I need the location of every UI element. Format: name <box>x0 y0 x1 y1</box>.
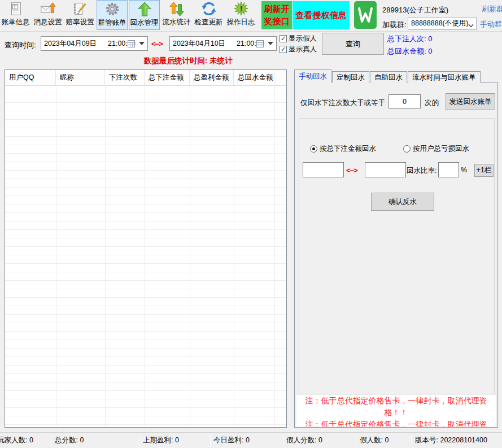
rebate-tabstrip: 手动回水 定制回水 自助回水 流水时间与回水账单 <box>294 69 481 82</box>
radio-selected-icon <box>310 145 317 153</box>
end-datetime-picker[interactable]: 2023年04月10日 21:00:00 <box>169 36 277 51</box>
svg-text:!: ! <box>240 5 242 13</box>
col-rebate-total[interactable]: 总回水金额 <box>234 70 274 85</box>
load-group-label: 加载群: <box>382 20 407 30</box>
radio-by-bet-amount[interactable]: 按总下注金额回水 <box>310 144 376 154</box>
show-fake-checkbox[interactable]: ✓ 显示假人 <box>280 34 317 44</box>
load-group-select[interactable]: 88888888(不使用) <box>408 17 477 30</box>
status-last-profit: 上期盈利: 0 <box>143 433 179 448</box>
dropdown-arrow-icon[interactable] <box>139 42 145 45</box>
calendar-icon <box>128 40 135 49</box>
tab-self-rebate[interactable]: 自助回水 <box>370 71 407 82</box>
toolbar-item-label: 操作日志 <box>227 18 255 27</box>
user-table[interactable]: 用户QQ 昵称 下注次数 总下注金额 总盈利金额 总回水金额 <box>5 69 287 428</box>
query-time-label: 查询时间: <box>5 40 36 50</box>
radio-by-bet-amount-label: 按总下注金额回水 <box>320 144 376 154</box>
query-button[interactable]: 查询 <box>322 33 384 55</box>
warning-text: 注：低于总代指定价格售卡，一律封卡，取消代理资格！！ <box>298 395 495 419</box>
status-today-profit: 今日盈利: 0 <box>213 433 250 448</box>
confirm-rebate-button[interactable]: 确认反水 <box>371 193 434 211</box>
manual-rebate-page: 仅回水下注次数大于或等于 次的 发送回水账单 按总下注金额回水 按用户总亏损回水… <box>294 82 498 428</box>
toolbar-item-message-settings[interactable]: 消息设置 <box>32 0 63 30</box>
date-range-arrow: <--> <box>151 40 163 48</box>
radio-by-user-loss-label: 按用户总亏损回水 <box>413 144 469 154</box>
table-body-empty[interactable] <box>5 86 286 427</box>
status-players: 玩家人数: 0 <box>0 433 33 448</box>
status-separator <box>210 434 211 447</box>
start-datetime-picker[interactable]: 2023年04月09日 21:00:00 <box>41 36 148 51</box>
col-user-qq[interactable]: 用户QQ <box>5 70 56 85</box>
radio-unselected-icon <box>403 145 411 153</box>
toolbar-item-odds-settings[interactable]: 赔率设置 <box>64 0 95 30</box>
chevron-down-icon <box>468 21 474 29</box>
end-date-value: 2023年04月10日 <box>170 39 225 49</box>
min-bets-input[interactable] <box>388 94 421 108</box>
refresh-lottery-api-button[interactable]: 刷新开奖接口 <box>261 1 292 29</box>
toolbar-item-label: 群管账单 <box>98 18 126 27</box>
toolbar-item-flow-stats[interactable]: 流水统计 <box>161 0 192 30</box>
account-id-text: 289913(公子工作室) <box>382 5 448 15</box>
table-header-row: 用户QQ 昵称 下注次数 总下注金额 总盈利金额 总回水金额 <box>5 70 286 86</box>
toolbar-item-group-bill[interactable]: 群管账单 <box>97 0 128 30</box>
odds-settings-icon <box>71 1 89 18</box>
check-update-icon <box>200 1 218 18</box>
status-bar: 玩家人数: 0 总分数: 0 上期盈利: 0 今日盈利: 0 假人分数: 0 假… <box>0 432 502 448</box>
rebate-settings-groupbox <box>299 118 495 394</box>
total-bets-stat: 总下注人次: 0 <box>387 34 432 44</box>
status-separator <box>411 434 412 447</box>
col-nickname[interactable]: 昵称 <box>56 70 105 85</box>
total-rebate-stat: 总回水金额: 0 <box>387 46 432 56</box>
rebate-manage-icon <box>136 1 154 18</box>
add-column-button[interactable]: +1栏 <box>474 164 494 177</box>
toolbar-item-label: 回水管理 <box>130 18 159 27</box>
col-profit-total[interactable]: 总盈利金额 <box>190 70 234 85</box>
warning-marquee: 注：低于总代指定价格售卡，一律封卡，取消代理资格！！ 注：低于总代指定价格售卡，… <box>296 395 496 427</box>
status-fake-count: 假人数: 0 <box>360 433 388 448</box>
status-separator <box>356 434 356 447</box>
col-bet-count[interactable]: 下注次数 <box>105 70 145 85</box>
bill-info-icon <box>7 1 25 18</box>
load-group-value: 88888888(不使用) <box>411 19 468 28</box>
toolbar-item-label: 赔率设置 <box>66 18 94 27</box>
show-real-checkbox[interactable]: ✓ 显示真人 <box>280 45 317 54</box>
stats-time-notice: 数据最后统计时间: 未统计 <box>144 56 233 66</box>
rebate-ratio-input[interactable] <box>438 162 459 177</box>
radio-by-user-loss[interactable]: 按用户总亏损回水 <box>403 144 469 154</box>
status-separator <box>51 434 51 447</box>
show-fake-label: 显示假人 <box>289 34 317 44</box>
range-arrow: <--> <box>346 166 357 175</box>
toolbar-item-operation-log[interactable]: ! 操作日志 <box>225 0 256 30</box>
tab-manual-rebate[interactable]: 手动回水 <box>294 69 331 82</box>
start-date-value: 2023年04月09日 <box>41 39 97 49</box>
toolbar-item-label: 流水统计 <box>163 18 191 27</box>
dropdown-arrow-icon[interactable] <box>268 42 273 45</box>
refresh-group-link[interactable]: 刷新群 <box>482 4 502 14</box>
percent-sign: % <box>461 166 467 174</box>
range-from-input[interactable] <box>303 162 344 177</box>
view-authorization-button[interactable]: 查看授权信息 <box>293 1 350 29</box>
tab-flow-time-bill[interactable]: 流水时间与回水账单 <box>408 71 481 82</box>
col-empty <box>274 70 286 85</box>
rebate-ratio-label: 回水比率: <box>407 166 436 176</box>
status-fake-score: 假人分数: 0 <box>286 433 322 448</box>
calendar-icon <box>256 40 264 49</box>
flow-stats-icon <box>168 1 186 18</box>
send-rebate-bill-button[interactable]: 发送回水账单 <box>446 93 495 110</box>
manual-group-link[interactable]: 手动群 <box>480 19 502 29</box>
checkbox-checked-icon: ✓ <box>280 35 287 42</box>
toolbar-item-label: 账单信息 <box>2 18 30 27</box>
range-to-input[interactable] <box>365 162 406 177</box>
message-settings-icon <box>39 1 57 18</box>
col-bet-total[interactable]: 总下注金额 <box>145 70 190 85</box>
group-bill-icon <box>103 1 121 18</box>
warning-text-scrolling: 注：低于总代指定价格售卡，一律封卡，取消代理资格！！ <box>298 419 495 427</box>
min-bets-prefix-label: 仅回水下注次数大于或等于 <box>300 98 385 108</box>
status-total-score: 总分数: 0 <box>55 433 84 448</box>
app-logo <box>354 1 377 29</box>
toolbar-item-label: 检查更新 <box>195 18 223 27</box>
toolbar-item-check-update[interactable]: 检查更新 <box>193 0 224 30</box>
checkbox-checked-icon: ✓ <box>280 46 287 53</box>
tab-custom-rebate[interactable]: 定制回水 <box>332 71 369 82</box>
toolbar-item-bill-info[interactable]: 账单信息 <box>0 0 31 30</box>
toolbar-item-rebate-manage[interactable]: 回水管理 <box>129 0 160 30</box>
